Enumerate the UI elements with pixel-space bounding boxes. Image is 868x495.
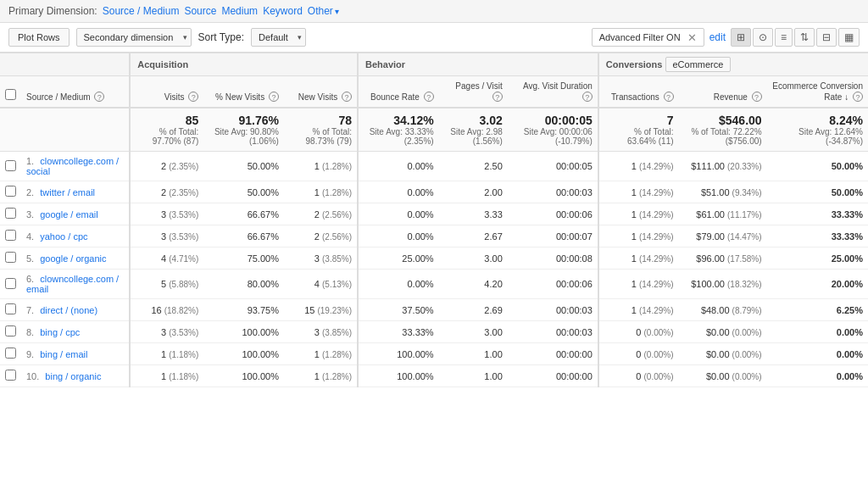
row-source-link[interactable]: google / organic — [40, 253, 106, 264]
dim-other[interactable]: Other — [308, 5, 333, 17]
row-new-visits-pct: (1.28%) — [322, 372, 352, 381]
row-rev-pct: (14.47%) — [727, 232, 762, 242]
row-bounce: 0.00% — [358, 203, 439, 225]
row-checkbox[interactable] — [5, 278, 16, 289]
col-pages-visit[interactable]: Pages / Visit ? — [439, 76, 508, 108]
filter-clear-button[interactable]: ✕ — [684, 31, 700, 44]
row-source-link[interactable]: twitter / email — [40, 187, 95, 197]
column-header-row: Source / Medium ? Visits ? % New Visits … — [0, 76, 868, 108]
check-all-checkbox[interactable] — [5, 89, 16, 100]
row-new-visits: 1 (1.28%) — [284, 152, 358, 181]
row-source-link[interactable]: bing / organic — [45, 371, 101, 381]
plot-rows-button[interactable]: Plot Rows — [8, 28, 70, 47]
row-checkbox-cell — [0, 181, 21, 203]
row-new-visits: 1 (1.28%) — [284, 343, 358, 365]
row-transactions: 1 (14.29%) — [598, 203, 679, 225]
row-trans-pct: (14.29%) — [639, 232, 674, 242]
summary-bounce-sub: Site Avg: 33.33% (2.35%) — [364, 127, 434, 146]
row-number: 8. — [26, 327, 34, 337]
row-duration: 00:00:00 — [508, 365, 598, 387]
sort-select[interactable]: Default — [251, 28, 306, 47]
row-conv-rate: 25.00% — [767, 248, 868, 270]
row-transactions: 1 (14.29%) — [598, 248, 679, 270]
secondary-dim-select[interactable]: Secondary dimension — [76, 28, 192, 47]
summary-conv-sub: Site Avg: 12.64% (-34.87%) — [772, 127, 863, 146]
row-source-link[interactable]: yahoo / cpc — [40, 231, 87, 242]
row-source-medium: 6. clowncollege.com / email — [21, 270, 130, 299]
row-duration: 00:00:06 — [508, 270, 598, 299]
row-source-medium: 8. bing / cpc — [21, 321, 130, 343]
row-checkbox[interactable] — [5, 160, 16, 171]
row-checkbox[interactable] — [5, 230, 16, 241]
row-source-link[interactable]: clowncollege.com / social — [26, 156, 119, 176]
view-pie-button[interactable]: ⊙ — [753, 28, 773, 47]
summary-pages-main: 3.02 — [444, 114, 503, 127]
row-new-visits: 3 (3.85%) — [284, 321, 358, 343]
row-source-link[interactable]: direct / (none) — [40, 305, 97, 315]
row-checkbox[interactable] — [5, 208, 16, 219]
row-bounce: 0.00% — [358, 270, 439, 299]
row-checkbox-cell — [0, 365, 21, 387]
summary-pages-sub: Site Avg: 2.98 (1.56%) — [444, 127, 503, 146]
row-checkbox-cell — [0, 225, 21, 248]
col-conv-rate[interactable]: Ecommerce Conversion Rate ↓ ? — [767, 76, 868, 108]
col-bounce-rate[interactable]: Bounce Rate ? — [358, 76, 439, 108]
table-row: 6. clowncollege.com / email 5 (5.88%) 80… — [0, 270, 868, 299]
dim-keyword[interactable]: Keyword — [263, 5, 303, 17]
row-rev-pct: (11.17%) — [727, 210, 762, 220]
row-number: 7. — [26, 305, 34, 315]
edit-link[interactable]: edit — [709, 31, 726, 43]
primary-dim-label: Primary Dimension: — [8, 5, 97, 17]
row-checkbox[interactable] — [5, 348, 16, 359]
row-pages: 2.69 — [439, 299, 508, 321]
row-visits-pct: (3.53%) — [169, 328, 198, 337]
view-grid-button[interactable]: ⊞ — [731, 28, 751, 47]
view-list-button[interactable]: ≡ — [775, 28, 793, 47]
row-source-link[interactable]: bing / email — [40, 349, 87, 359]
col-new-visits[interactable]: New Visits ? — [284, 76, 358, 108]
ecommerce-tab-button[interactable]: eCommerce — [665, 57, 732, 72]
row-checkbox[interactable] — [5, 252, 16, 263]
row-checkbox[interactable] — [5, 303, 16, 314]
row-source-link[interactable]: bing / cpc — [40, 327, 80, 337]
conversions-label: Conversions — [606, 59, 663, 70]
data-table-container: Acquisition Behavior Conversions eCommer… — [0, 53, 868, 387]
row-rev-pct: (0.00%) — [732, 350, 762, 359]
dim-source[interactable]: Source — [184, 5, 216, 17]
dim-source-medium[interactable]: Source / Medium — [103, 5, 180, 17]
col-visits[interactable]: Visits ? — [130, 76, 203, 108]
row-checkbox-cell — [0, 343, 21, 365]
view-sort-button[interactable]: ⇅ — [794, 28, 815, 47]
view-table-button[interactable]: ▦ — [838, 28, 860, 47]
row-checkbox[interactable] — [5, 370, 16, 381]
col-transactions[interactable]: Transactions ? — [598, 76, 679, 108]
row-revenue: $51.00 (9.34%) — [679, 181, 767, 203]
col-pct-new-visits[interactable]: % New Visits ? — [203, 76, 284, 108]
row-rev-pct: (17.58%) — [727, 254, 762, 264]
row-transactions: 0 (0.00%) — [598, 321, 679, 343]
behavior-label: Behavior — [365, 59, 405, 70]
behavior-group-header: Behavior — [358, 53, 598, 76]
col-transactions-label: Transactions — [611, 92, 659, 102]
row-checkbox[interactable] — [5, 186, 16, 197]
row-pct-new: 100.00% — [203, 321, 284, 343]
row-checkbox-cell — [0, 299, 21, 321]
col-avg-duration[interactable]: Avg. Visit Duration ? — [508, 76, 598, 108]
toolbar: Plot Rows Secondary dimension ▾ Sort Typ… — [0, 23, 868, 53]
col-revenue[interactable]: Revenue ? — [679, 76, 767, 108]
view-pivot-button[interactable]: ⊟ — [816, 28, 837, 47]
col-duration-label: Avg. Visit Duration — [523, 81, 593, 91]
row-transactions: 1 (14.29%) — [598, 299, 679, 321]
row-bounce: 0.00% — [358, 225, 439, 248]
row-visits: 3 (3.53%) — [130, 321, 203, 343]
row-source-link[interactable]: clowncollege.com / email — [26, 274, 119, 294]
row-pct-new: 66.67% — [203, 225, 284, 248]
row-visits-pct: (18.82%) — [164, 306, 199, 315]
summary-source-col — [21, 108, 130, 152]
filter-input-wrap: Advanced Filter ON ✕ — [592, 28, 704, 47]
row-bounce: 33.33% — [358, 321, 439, 343]
row-source-link[interactable]: google / email — [40, 209, 98, 220]
dim-medium[interactable]: Medium — [221, 5, 258, 17]
summary-pct-new: 91.76% Site Avg: 90.80% (1.06%) — [203, 108, 284, 152]
row-checkbox[interactable] — [5, 325, 16, 336]
